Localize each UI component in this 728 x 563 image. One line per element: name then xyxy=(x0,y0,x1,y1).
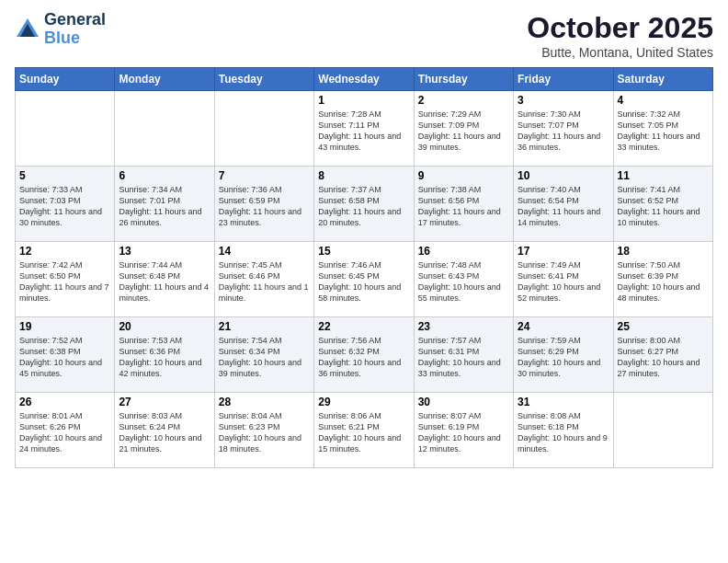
day-info: Sunrise: 7:57 AM Sunset: 6:31 PM Dayligh… xyxy=(418,335,509,380)
day-number: 26 xyxy=(19,396,110,408)
day-number: 12 xyxy=(19,245,110,258)
day-number: 11 xyxy=(618,169,709,182)
table-row: 17Sunrise: 7:49 AM Sunset: 6:41 PM Dayli… xyxy=(514,242,613,317)
logo-text: General Blue xyxy=(44,11,106,48)
day-info: Sunrise: 7:30 AM Sunset: 7:07 PM Dayligh… xyxy=(518,109,609,154)
day-info: Sunrise: 7:44 AM Sunset: 6:48 PM Dayligh… xyxy=(119,259,210,304)
month-title: October 2025 xyxy=(527,11,713,45)
day-info: Sunrise: 7:56 AM Sunset: 6:32 PM Dayligh… xyxy=(318,335,409,380)
table-row: 31Sunrise: 8:08 AM Sunset: 6:18 PM Dayli… xyxy=(514,393,613,468)
day-number: 20 xyxy=(119,320,210,333)
table-row: 19Sunrise: 7:52 AM Sunset: 6:38 PM Dayli… xyxy=(16,317,115,393)
day-number: 10 xyxy=(518,169,609,182)
table-row: 28Sunrise: 8:04 AM Sunset: 6:23 PM Dayli… xyxy=(214,393,313,468)
day-info: Sunrise: 7:45 AM Sunset: 6:46 PM Dayligh… xyxy=(219,259,310,304)
table-row: 9Sunrise: 7:38 AM Sunset: 6:56 PM Daylig… xyxy=(414,167,513,242)
day-info: Sunrise: 8:04 AM Sunset: 6:23 PM Dayligh… xyxy=(219,410,310,455)
table-row: 10Sunrise: 7:40 AM Sunset: 6:54 PM Dayli… xyxy=(514,167,613,242)
day-info: Sunrise: 7:33 AM Sunset: 7:03 PM Dayligh… xyxy=(19,184,110,229)
day-info: Sunrise: 8:01 AM Sunset: 6:26 PM Dayligh… xyxy=(19,410,110,455)
calendar-week-row: 26Sunrise: 8:01 AM Sunset: 6:26 PM Dayli… xyxy=(16,393,713,468)
day-number: 27 xyxy=(119,396,210,408)
day-number: 25 xyxy=(618,320,709,333)
table-row: 1Sunrise: 7:28 AM Sunset: 7:11 PM Daylig… xyxy=(314,91,414,167)
table-row: 21Sunrise: 7:54 AM Sunset: 6:34 PM Dayli… xyxy=(214,317,313,393)
day-info: Sunrise: 7:40 AM Sunset: 6:54 PM Dayligh… xyxy=(518,184,609,229)
day-number: 23 xyxy=(418,320,509,333)
table-row xyxy=(214,91,313,167)
location: Butte, Montana, United States xyxy=(527,45,713,60)
day-info: Sunrise: 7:36 AM Sunset: 6:59 PM Dayligh… xyxy=(219,184,310,229)
day-info: Sunrise: 7:42 AM Sunset: 6:50 PM Dayligh… xyxy=(19,259,110,304)
day-info: Sunrise: 7:50 AM Sunset: 6:39 PM Dayligh… xyxy=(618,259,709,304)
calendar: Sunday Monday Tuesday Wednesday Thursday… xyxy=(15,67,713,468)
calendar-week-row: 12Sunrise: 7:42 AM Sunset: 6:50 PM Dayli… xyxy=(16,242,713,317)
table-row: 16Sunrise: 7:48 AM Sunset: 6:43 PM Dayli… xyxy=(414,242,513,317)
table-row: 7Sunrise: 7:36 AM Sunset: 6:59 PM Daylig… xyxy=(214,167,313,242)
table-row: 5Sunrise: 7:33 AM Sunset: 7:03 PM Daylig… xyxy=(16,167,115,242)
day-info: Sunrise: 7:37 AM Sunset: 6:58 PM Dayligh… xyxy=(318,184,409,229)
day-number: 21 xyxy=(219,320,310,333)
day-number: 30 xyxy=(418,396,509,408)
day-number: 9 xyxy=(418,169,509,182)
day-number: 7 xyxy=(219,169,310,182)
table-row: 15Sunrise: 7:46 AM Sunset: 6:45 PM Dayli… xyxy=(314,242,414,317)
header-wednesday: Wednesday xyxy=(314,68,414,91)
day-number: 8 xyxy=(318,169,409,182)
day-number: 19 xyxy=(19,320,110,333)
day-number: 28 xyxy=(219,396,310,408)
table-row: 4Sunrise: 7:32 AM Sunset: 7:05 PM Daylig… xyxy=(613,91,712,167)
table-row: 14Sunrise: 7:45 AM Sunset: 6:46 PM Dayli… xyxy=(214,242,313,317)
page: General Blue October 2025 Butte, Montana… xyxy=(0,0,728,563)
table-row: 3Sunrise: 7:30 AM Sunset: 7:07 PM Daylig… xyxy=(514,91,613,167)
day-number: 2 xyxy=(418,94,509,107)
day-number: 4 xyxy=(618,94,709,107)
day-info: Sunrise: 8:07 AM Sunset: 6:19 PM Dayligh… xyxy=(418,410,509,455)
weekday-header-row: Sunday Monday Tuesday Wednesday Thursday… xyxy=(16,68,713,91)
table-row: 8Sunrise: 7:37 AM Sunset: 6:58 PM Daylig… xyxy=(314,167,414,242)
table-row: 13Sunrise: 7:44 AM Sunset: 6:48 PM Dayli… xyxy=(115,242,214,317)
header-friday: Friday xyxy=(514,68,613,91)
header: General Blue October 2025 Butte, Montana… xyxy=(15,11,713,60)
day-info: Sunrise: 7:52 AM Sunset: 6:38 PM Dayligh… xyxy=(19,335,110,380)
table-row xyxy=(613,393,712,468)
day-number: 5 xyxy=(19,169,110,182)
day-info: Sunrise: 7:54 AM Sunset: 6:34 PM Dayligh… xyxy=(219,335,310,380)
day-info: Sunrise: 7:29 AM Sunset: 7:09 PM Dayligh… xyxy=(418,109,509,154)
day-number: 16 xyxy=(418,245,509,258)
day-info: Sunrise: 7:38 AM Sunset: 6:56 PM Dayligh… xyxy=(418,184,509,229)
day-info: Sunrise: 8:03 AM Sunset: 6:24 PM Dayligh… xyxy=(119,410,210,455)
table-row: 6Sunrise: 7:34 AM Sunset: 7:01 PM Daylig… xyxy=(115,167,214,242)
day-number: 24 xyxy=(518,320,609,333)
table-row: 22Sunrise: 7:56 AM Sunset: 6:32 PM Dayli… xyxy=(314,317,414,393)
day-number: 18 xyxy=(618,245,709,258)
day-info: Sunrise: 7:28 AM Sunset: 7:11 PM Dayligh… xyxy=(318,109,409,154)
table-row: 18Sunrise: 7:50 AM Sunset: 6:39 PM Dayli… xyxy=(613,242,712,317)
table-row xyxy=(16,91,115,167)
day-number: 3 xyxy=(518,94,609,107)
table-row xyxy=(115,91,214,167)
day-info: Sunrise: 7:53 AM Sunset: 6:36 PM Dayligh… xyxy=(119,335,210,380)
calendar-week-row: 1Sunrise: 7:28 AM Sunset: 7:11 PM Daylig… xyxy=(16,91,713,167)
table-row: 2Sunrise: 7:29 AM Sunset: 7:09 PM Daylig… xyxy=(414,91,513,167)
table-row: 20Sunrise: 7:53 AM Sunset: 6:36 PM Dayli… xyxy=(115,317,214,393)
day-number: 13 xyxy=(119,245,210,258)
header-saturday: Saturday xyxy=(613,68,712,91)
logo: General Blue xyxy=(15,11,106,48)
day-info: Sunrise: 7:34 AM Sunset: 7:01 PM Dayligh… xyxy=(119,184,210,229)
header-thursday: Thursday xyxy=(414,68,513,91)
day-info: Sunrise: 8:00 AM Sunset: 6:27 PM Dayligh… xyxy=(618,335,709,380)
table-row: 11Sunrise: 7:41 AM Sunset: 6:52 PM Dayli… xyxy=(613,167,712,242)
table-row: 30Sunrise: 8:07 AM Sunset: 6:19 PM Dayli… xyxy=(414,393,513,468)
title-block: October 2025 Butte, Montana, United Stat… xyxy=(527,11,713,60)
table-row: 25Sunrise: 8:00 AM Sunset: 6:27 PM Dayli… xyxy=(613,317,712,393)
day-number: 1 xyxy=(318,94,409,107)
day-info: Sunrise: 7:48 AM Sunset: 6:43 PM Dayligh… xyxy=(418,259,509,304)
day-number: 14 xyxy=(219,245,310,258)
logo-icon xyxy=(15,17,40,42)
day-number: 17 xyxy=(518,245,609,258)
day-info: Sunrise: 7:32 AM Sunset: 7:05 PM Dayligh… xyxy=(618,109,709,154)
day-info: Sunrise: 8:06 AM Sunset: 6:21 PM Dayligh… xyxy=(318,410,409,455)
calendar-week-row: 19Sunrise: 7:52 AM Sunset: 6:38 PM Dayli… xyxy=(16,317,713,393)
day-info: Sunrise: 7:49 AM Sunset: 6:41 PM Dayligh… xyxy=(518,259,609,304)
